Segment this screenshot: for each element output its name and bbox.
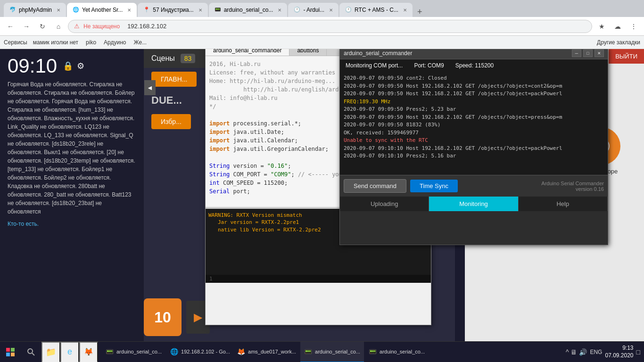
log-line-8: Unable to sync with the RTC [344,137,604,145]
log-line-0: 2020-09-07 09:09:50 cont2: Closed [344,74,604,82]
serial-titlebar: arduino_serial_commander ─ □ ✕ [340,48,608,59]
clock-time: 9:13 [605,345,633,352]
serial-log[interactable]: 2020-09-07 09:09:50 cont2: Closed 2020-0… [340,72,608,175]
log-line-10: 2020-09-07 09:10:10 Press2; 5.16 bar [344,152,604,160]
send-command-button[interactable]: Send command [344,179,406,193]
tab-close-57[interactable]: ✕ [198,8,202,13]
browser-chrome: 🐬 phpMyAdmin ✕ 🌐 Yet Another Sr... ✕ 📍 5… [0,0,644,49]
tab-close-rtc[interactable]: ✕ [403,8,407,13]
serial-minimize-button[interactable]: ─ [572,49,581,57]
version-label: Arduino Serial Commander [541,181,604,186]
serial-nav-uploading[interactable]: Uploading [340,197,429,211]
tray-expand-icon[interactable]: ^ [566,348,569,356]
navigation-bar: ← → ↻ ⌂ ⚠ Не защищено 192.168.2.102 ★ ☁ … [0,17,644,36]
forward-button[interactable]: → [20,20,33,33]
taskbar-app-icon-0: 📟 [106,348,114,355]
taskbar-app-2[interactable]: 🦊 ams_due017_work... [233,342,299,362]
home-button[interactable]: ⌂ [52,20,65,33]
tab-phpmyadmin[interactable]: 🐬 phpMyAdmin ✕ [4,3,66,17]
address-bar[interactable]: ⚠ Не защищено 192.168.2.102 [68,20,592,33]
taskbar-right: ^ 🖥 🔊 ENG 9:13 07.09.2020 □ [562,345,644,359]
security-warning-text: Не защищено [83,23,120,30]
bookmark-zhe[interactable]: Же... [132,39,147,46]
tab-title-ardui: - Ardui... [303,7,324,13]
tab-close-arduino[interactable]: ✕ [278,8,281,13]
svg-rect-4 [11,353,15,356]
taskbar-firefox-button[interactable]: 🦊 [79,342,98,362]
explorer-icon: 📁 [46,347,56,357]
svg-rect-3 [6,353,10,356]
network-icon[interactable]: 🖥 [570,348,577,356]
time-sync-button[interactable]: Time Sync [410,180,458,192]
tab-arduino[interactable]: 📟 arduino_serial_co... ✕ [209,3,288,17]
volume-icon[interactable]: 🔊 [579,348,587,356]
serial-nav-help[interactable]: Help [519,197,608,211]
language-label[interactable]: ENG [590,349,602,355]
taskbar-time[interactable]: 9:13 07.09.2020 [605,345,633,359]
search-button[interactable] [21,342,41,362]
taskbar-app-0[interactable]: 📟 arduino_serial_co... [102,342,165,362]
serial-maximize-button[interactable]: □ [583,49,593,57]
serial-window-title: arduino_serial_commander [344,50,412,57]
speed-label: Speed: 115200 [455,62,494,69]
log-line-2: 2020-09-07 09:09:50 Host 192.168.2.102 G… [344,90,604,98]
serial-buttons-bar: Send command Time Sync Arduino Serial Co… [340,175,608,197]
exit-button[interactable]: ВЫЙТИ [609,49,644,64]
serial-nav-bar: Uploading Monitoring Help [340,197,608,211]
bookmarks-bar: Сервисы мамик иголки нет piko Ардуино Же… [0,36,644,49]
other-bookmarks[interactable]: Другие закладки [597,39,640,46]
bookmark-piko[interactable]: piko [84,39,96,46]
console-line-number: 1 [206,275,431,283]
gear-icon[interactable]: ⚙ [77,61,84,71]
tab-rtc[interactable]: 🕐 RTC + AMS - C... ✕ [339,3,413,17]
tab-close-yetanother[interactable]: ✕ [127,8,131,13]
taskbar-app-icon-3: 📟 [304,348,312,355]
bookmark-mamik[interactable]: мамик иголки нет [33,39,78,46]
taskbar-app-icon-4: 📟 [369,348,377,355]
izbr-button[interactable]: Избр... [151,114,191,129]
time-display: 09:10 🔒 ⚙ [0,49,144,79]
bookmark-services[interactable]: Сервисы [4,39,27,46]
bookmark-arduino[interactable]: Ардуино [102,39,126,46]
taskbar-explorer-button[interactable]: 📁 [41,342,60,362]
taskbar-app-label-4: arduino_serial_co... [380,349,425,354]
bookmark-star-button[interactable]: ★ [595,20,608,33]
taskbar-edge-button[interactable]: e [60,342,79,362]
tab-title-57: 57 Индустриа... [153,7,193,13]
start-button[interactable] [0,342,21,362]
log-line-4: 2020-09-07 09:09:50 Press2; 5.23 bar [344,106,604,114]
tab-ardui[interactable]: 🕐 - Ardui... ✕ [288,3,339,17]
taskbar-app-4[interactable]: 📟 arduino_serial_co... [365,342,429,362]
tab-yetanother[interactable]: 🌐 Yet Another Sr... ✕ [67,3,137,17]
notification-icon[interactable]: □ [636,348,640,356]
nav-arrow-button[interactable]: ◄ [144,80,156,95]
taskbar-apps: 📟 arduino_serial_co... 🌐 192.168.2.102 -… [102,342,429,362]
port-label: Port: COM9 [414,62,444,69]
back-button[interactable]: ← [4,20,17,33]
reload-button[interactable]: ↻ [36,20,49,33]
log-line-1: 2020-09-07 09:09:50 Host 192.168.2.102 G… [344,82,604,90]
new-tab-button[interactable]: + [413,7,426,17]
taskbar-app-label-3: arduino_serial_co... [315,349,360,354]
glavnaya-button[interactable]: ГЛАВН... [151,72,197,87]
taskbar-app-1[interactable]: 🌐 192.168.2.102 - Go... [166,342,232,362]
svg-rect-1 [6,348,10,352]
extensions-button[interactable]: ☁ [611,20,624,33]
system-tray-icons: ^ 🖥 🔊 [566,348,587,356]
taskbar-app-3[interactable]: 📟 arduino_serial_co... [300,342,364,362]
menu-button[interactable]: ⋮ [627,20,640,33]
tab-favicon-arduino: 📟 [215,7,221,13]
tab-57[interactable]: 📍 57 Индустриа... ✕ [138,3,207,17]
tab-title-phpmyadmin: phpMyAdmin [19,7,52,13]
tab-close-ardui[interactable]: ✕ [329,8,333,13]
scenes-title: Сцены [151,54,175,63]
taskbar-app-label-0: arduino_serial_co... [116,349,162,354]
serial-nav-monitoring[interactable]: Monitoring [429,197,518,211]
svg-rect-2 [11,348,15,352]
tab-close-phpmyadmin[interactable]: ✕ [57,8,60,13]
log-line-3: FREQ:189.30 MHz [344,98,604,106]
log-line-9: 2020-09-07 09:10:10 Host 192.168.2.102 G… [344,145,604,153]
clock-date: 07.09.2020 [605,352,633,360]
edge-icon: e [67,347,72,357]
serial-close-button[interactable]: ✕ [594,49,604,57]
